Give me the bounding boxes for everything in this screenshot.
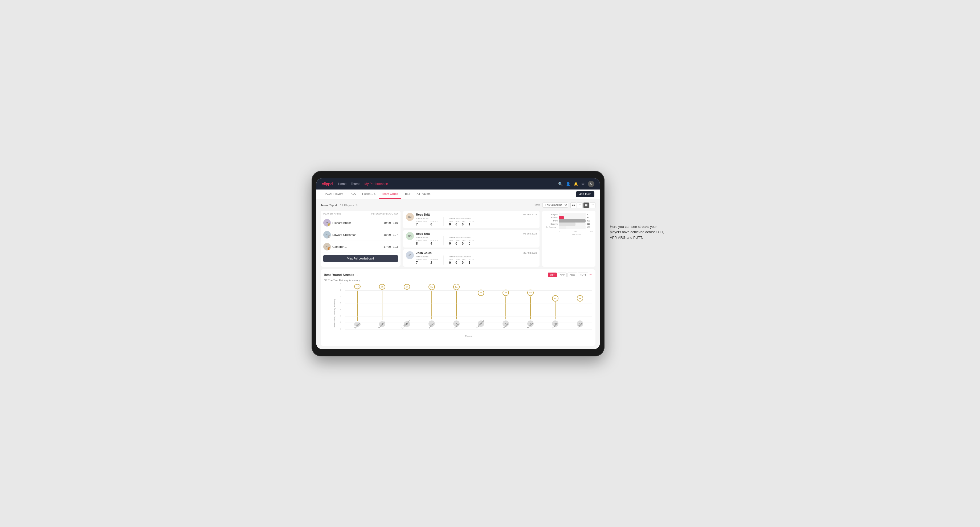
time-filter-select[interactable]: Last 3 months: [542, 203, 568, 208]
content-grid: PLAYER NAME PB SCORE PB AVG SQ RB 1 Rich…: [321, 211, 595, 267]
ott-label: OTT: [449, 259, 453, 261]
team-header: Team Clippd | 14 Players ✎ Show Last 3 m…: [321, 202, 595, 208]
practice-value: 6: [430, 222, 438, 226]
tab-pga[interactable]: PGA: [347, 189, 359, 199]
streak-line: [580, 302, 580, 319]
ott-label: OTT: [449, 239, 453, 242]
tablet-frame: clippd Home Teams My Performance 🔍 👤 🔔 ⚙…: [312, 171, 605, 356]
player-bar-group: 6x B B. McHerg: [370, 284, 395, 329]
list-view-icon[interactable]: ☰: [577, 202, 583, 208]
nav-items: Home Teams My Performance: [338, 181, 553, 187]
bar-container: [559, 222, 585, 226]
player-bar-group: 7x E E. Ebert: [345, 284, 370, 329]
streak-dot: 6x: [379, 284, 385, 290]
detail-view-icon[interactable]: ☷: [590, 202, 595, 208]
team-name-label: Team Clippd: [321, 204, 337, 207]
bar-fill: [559, 222, 576, 226]
player-avatar: RB 1: [323, 219, 331, 227]
arg-val: 0: [462, 261, 466, 265]
x-tick-200: 200: [573, 230, 577, 232]
stats-row: Total Rounds Tournament7 Practice2 To: [416, 256, 537, 265]
bar-row: Bogeys 311: [544, 222, 593, 226]
search-icon[interactable]: 🔍: [558, 182, 563, 186]
tablet-screen: clippd Home Teams My Performance 🔍 👤 🔔 ⚙…: [317, 178, 600, 349]
player-row[interactable]: EC 2 Edward Crossman 18/20 107: [321, 229, 401, 241]
tournament-val: 7: [416, 261, 427, 265]
player-bar-group: 5x R R. Britt: [444, 284, 469, 329]
user-avatar[interactable]: U: [588, 181, 594, 187]
player-card-name: Rees Britt: [416, 232, 430, 235]
streak-dot: 6x: [404, 284, 410, 290]
chart-view-icon[interactable]: ▮▮: [583, 202, 589, 208]
bar-label: Pars: [544, 220, 558, 222]
practice-activities-group: Total Practice Activities OTT0 APP0 ARG0…: [449, 237, 474, 245]
total-rounds-group: Total Rounds Tournament8 Practice4: [416, 237, 438, 245]
stats-row: Total Rounds Tournament8 Practice4 To: [416, 237, 537, 245]
nav-home[interactable]: Home: [338, 181, 347, 187]
filter-arg[interactable]: ARG: [568, 273, 577, 277]
people-icon[interactable]: 👤: [566, 182, 570, 186]
bar-fill: [559, 216, 564, 219]
player-name: Cameron...: [332, 245, 347, 248]
bar-container: [559, 213, 585, 216]
total-rounds-label: Total Rounds: [416, 217, 438, 220]
ott-val: 0: [449, 261, 453, 265]
streak-dot: 5x: [453, 284, 460, 290]
streaks-title: Best Round Streaks: [324, 273, 354, 277]
filter-app[interactable]: APP: [558, 273, 567, 277]
ott-label: OTT: [449, 220, 453, 222]
edit-icon[interactable]: ✎: [355, 204, 358, 206]
annotation-text: Here you can see streaks your players ha…: [610, 224, 668, 241]
player-row[interactable]: RB 1 Richard Butler 19/20 110: [321, 217, 401, 229]
tab-pgat-players[interactable]: PGAT Players: [322, 189, 347, 199]
bar-row: Pars 499: [544, 219, 593, 222]
player-list-card: PLAYER NAME PB SCORE PB AVG SQ RB 1 Rich…: [321, 211, 401, 267]
player-bar-group: 6x D D. Billingham: [395, 284, 419, 329]
player-bar-group: 4x B B. Ford: [493, 284, 518, 329]
app-label: APP: [455, 239, 460, 242]
filter-putt[interactable]: PUTT: [578, 273, 589, 277]
player-row[interactable]: C 3 Cameron... 17/20 103: [321, 241, 401, 253]
bar-fill: [559, 219, 585, 222]
bell-icon[interactable]: 🔔: [574, 182, 578, 186]
practice-activities-group: Total Practice Activities OTT0 APP0 ARG0…: [449, 256, 474, 265]
settings-icon[interactable]: ⚙: [581, 182, 585, 186]
app-val: 0: [455, 261, 460, 265]
player-avatar: EC 2: [323, 231, 331, 238]
filter-ott[interactable]: OTT: [548, 273, 557, 277]
tournament-value: 7: [416, 222, 427, 226]
player-info: RB 1 Richard Butler: [323, 219, 381, 227]
pb-avg: 107: [393, 233, 398, 237]
add-team-button[interactable]: Add Team: [576, 191, 594, 197]
streak-line: [506, 297, 506, 319]
putt-val: 0: [469, 242, 474, 245]
gridline: 0: [345, 329, 592, 330]
player-card-info: Rees Britt 02 Sep 2023 Total Rounds Tour…: [416, 232, 537, 245]
view-full-leaderboard-button[interactable]: View Full Leaderboard: [323, 255, 398, 262]
view-icons: ■■ ☰ ▮▮ ☷: [570, 202, 595, 208]
sub-nav-tabs: PGAT Players PGA Hcaps 1-5 Team Clippd T…: [322, 189, 434, 199]
player-info: EC 2 Edward Crossman: [323, 231, 381, 238]
streak-line: [530, 297, 531, 319]
main-content: Team Clippd | 14 Players ✎ Show Last 3 m…: [317, 199, 600, 349]
bar-chart-content: Eagles 3 Birdies 96 Pars 499 Bogeys 311 …: [544, 213, 593, 229]
tab-tour[interactable]: Tour: [401, 189, 413, 199]
grid-view-icon[interactable]: ■■: [570, 202, 576, 208]
player-card-info: Josh Coles 26 Aug 2023 Total Rounds Tour…: [416, 251, 537, 265]
rank-badge-bronze: 3: [328, 247, 331, 251]
player-bar-group: 3x C C. Quick: [568, 284, 592, 329]
tab-hcaps[interactable]: Hcaps 1-5: [359, 189, 379, 199]
nav-my-performance[interactable]: My Performance: [364, 181, 388, 187]
nav-teams[interactable]: Teams: [351, 181, 360, 187]
tab-all-players[interactable]: All Players: [414, 189, 434, 199]
streaks-bars: 7x E E. Ebert 6x B B. McHerg 6x D D. Bil…: [345, 284, 592, 329]
pb-avg: 103: [393, 245, 398, 248]
tab-team-clippd[interactable]: Team Clippd: [379, 189, 401, 199]
ott-value: 0: [449, 222, 453, 226]
tournament-sub: Tournament: [416, 259, 427, 261]
total-rounds-group: Total Rounds Tournament 7 Practice: [416, 217, 438, 226]
x-tick-0: 0: [559, 230, 560, 232]
col-pb-avg: PB AVG SQ: [384, 213, 398, 215]
bar-label: Eagles: [544, 213, 558, 216]
team-title: Team Clippd | 14 Players ✎: [321, 204, 358, 207]
